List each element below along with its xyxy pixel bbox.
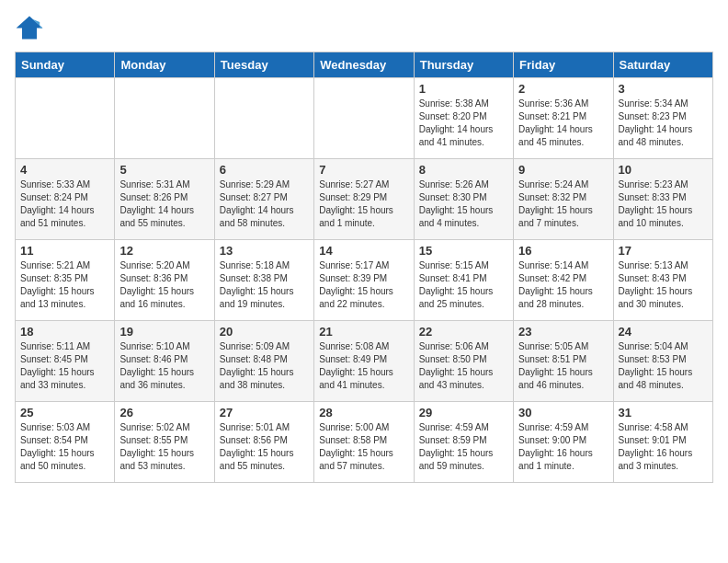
calendar-week-row: 25Sunrise: 5:03 AM Sunset: 8:54 PM Dayli…: [16, 402, 713, 483]
calendar-cell: 25Sunrise: 5:03 AM Sunset: 8:54 PM Dayli…: [16, 402, 115, 483]
day-number: 15: [419, 244, 508, 258]
day-number: 27: [220, 406, 309, 419]
calendar-cell: 6Sunrise: 5:29 AM Sunset: 8:27 PM Daylig…: [214, 159, 313, 240]
calendar-table: SundayMondayTuesdayWednesdayThursdayFrid…: [15, 52, 713, 483]
day-number: 18: [20, 325, 109, 339]
day-info: Sunrise: 5:01 AM Sunset: 8:56 PM Dayligh…: [220, 421, 309, 473]
calendar-cell: 9Sunrise: 5:24 AM Sunset: 8:32 PM Daylig…: [514, 159, 613, 240]
day-number: 1: [419, 82, 508, 96]
day-info: Sunrise: 5:13 AM Sunset: 8:43 PM Dayligh…: [619, 259, 708, 311]
day-info: Sunrise: 5:11 AM Sunset: 8:45 PM Dayligh…: [20, 340, 109, 392]
calendar-cell: 22Sunrise: 5:06 AM Sunset: 8:50 PM Dayli…: [414, 321, 513, 402]
weekday-header: Tuesday: [214, 52, 313, 78]
weekday-header: Friday: [514, 52, 613, 78]
calendar-cell: 11Sunrise: 5:21 AM Sunset: 8:35 PM Dayli…: [16, 240, 115, 321]
weekday-header: Sunday: [16, 52, 115, 78]
day-number: 25: [20, 406, 109, 419]
calendar-cell: 18Sunrise: 5:11 AM Sunset: 8:45 PM Dayli…: [16, 321, 115, 402]
day-info: Sunrise: 5:33 AM Sunset: 8:24 PM Dayligh…: [20, 178, 109, 230]
day-number: 29: [419, 406, 508, 419]
day-info: Sunrise: 5:20 AM Sunset: 8:36 PM Dayligh…: [119, 259, 209, 311]
day-number: 5: [119, 163, 209, 177]
day-number: 21: [319, 325, 408, 339]
calendar-cell: 16Sunrise: 5:14 AM Sunset: 8:42 PM Dayli…: [514, 240, 613, 321]
day-number: 8: [419, 163, 508, 177]
calendar-cell: 27Sunrise: 5:01 AM Sunset: 8:56 PM Dayli…: [214, 402, 313, 483]
calendar-cell: 28Sunrise: 5:00 AM Sunset: 8:58 PM Dayli…: [314, 402, 414, 483]
calendar-cell: 31Sunrise: 4:58 AM Sunset: 9:01 PM Dayli…: [613, 402, 712, 483]
weekday-header-row: SundayMondayTuesdayWednesdayThursdayFrid…: [16, 52, 713, 78]
day-number: 9: [518, 163, 608, 177]
day-number: 6: [220, 163, 309, 177]
page-header: [15, 15, 713, 40]
day-info: Sunrise: 5:00 AM Sunset: 8:58 PM Dayligh…: [319, 421, 408, 473]
calendar-cell: 13Sunrise: 5:18 AM Sunset: 8:38 PM Dayli…: [214, 240, 313, 321]
day-number: 13: [220, 244, 309, 258]
day-info: Sunrise: 5:29 AM Sunset: 8:27 PM Dayligh…: [220, 178, 309, 230]
day-info: Sunrise: 5:38 AM Sunset: 8:20 PM Dayligh…: [419, 98, 508, 149]
day-info: Sunrise: 5:10 AM Sunset: 8:46 PM Dayligh…: [119, 340, 209, 392]
calendar-week-row: 11Sunrise: 5:21 AM Sunset: 8:35 PM Dayli…: [16, 240, 713, 321]
calendar-cell: 8Sunrise: 5:26 AM Sunset: 8:30 PM Daylig…: [414, 159, 513, 240]
calendar-cell: 24Sunrise: 5:04 AM Sunset: 8:53 PM Dayli…: [613, 321, 712, 402]
day-number: 28: [319, 406, 408, 419]
calendar-cell: 1Sunrise: 5:38 AM Sunset: 8:20 PM Daylig…: [414, 78, 513, 159]
day-number: 7: [319, 163, 408, 177]
day-number: 23: [518, 325, 608, 339]
calendar-cell: [16, 78, 115, 159]
day-info: Sunrise: 5:26 AM Sunset: 8:30 PM Dayligh…: [419, 178, 508, 230]
day-number: 30: [518, 406, 608, 419]
calendar-cell: 4Sunrise: 5:33 AM Sunset: 8:24 PM Daylig…: [16, 159, 115, 240]
day-number: 22: [419, 325, 508, 339]
calendar-week-row: 4Sunrise: 5:33 AM Sunset: 8:24 PM Daylig…: [16, 159, 713, 240]
day-info: Sunrise: 4:59 AM Sunset: 9:00 PM Dayligh…: [518, 421, 608, 473]
day-number: 24: [619, 325, 708, 339]
calendar-week-row: 1Sunrise: 5:38 AM Sunset: 8:20 PM Daylig…: [16, 78, 713, 159]
calendar-cell: 26Sunrise: 5:02 AM Sunset: 8:55 PM Dayli…: [115, 402, 214, 483]
calendar-cell: 17Sunrise: 5:13 AM Sunset: 8:43 PM Dayli…: [613, 240, 712, 321]
day-number: 12: [119, 244, 209, 258]
calendar-cell: 30Sunrise: 4:59 AM Sunset: 9:00 PM Dayli…: [514, 402, 613, 483]
calendar-cell: 5Sunrise: 5:31 AM Sunset: 8:26 PM Daylig…: [115, 159, 214, 240]
calendar-cell: [115, 78, 214, 159]
day-info: Sunrise: 5:02 AM Sunset: 8:55 PM Dayligh…: [119, 421, 209, 473]
calendar-cell: 2Sunrise: 5:36 AM Sunset: 8:21 PM Daylig…: [514, 78, 613, 159]
logo-icon: [15, 15, 44, 40]
day-number: 3: [619, 82, 708, 96]
calendar-cell: 10Sunrise: 5:23 AM Sunset: 8:33 PM Dayli…: [613, 159, 712, 240]
day-info: Sunrise: 4:58 AM Sunset: 9:01 PM Dayligh…: [619, 421, 708, 473]
calendar-cell: 3Sunrise: 5:34 AM Sunset: 8:23 PM Daylig…: [613, 78, 712, 159]
day-info: Sunrise: 5:04 AM Sunset: 8:53 PM Dayligh…: [619, 340, 708, 392]
day-info: Sunrise: 5:24 AM Sunset: 8:32 PM Dayligh…: [518, 178, 608, 230]
calendar-cell: 21Sunrise: 5:08 AM Sunset: 8:49 PM Dayli…: [314, 321, 414, 402]
calendar-cell: 15Sunrise: 5:15 AM Sunset: 8:41 PM Dayli…: [414, 240, 513, 321]
weekday-header: Saturday: [613, 52, 712, 78]
day-info: Sunrise: 5:21 AM Sunset: 8:35 PM Dayligh…: [20, 259, 109, 311]
day-number: 26: [119, 406, 209, 419]
day-number: 4: [20, 163, 109, 177]
day-number: 10: [619, 163, 708, 177]
day-info: Sunrise: 5:09 AM Sunset: 8:48 PM Dayligh…: [220, 340, 309, 392]
day-number: 16: [518, 244, 608, 258]
calendar-week-row: 18Sunrise: 5:11 AM Sunset: 8:45 PM Dayli…: [16, 321, 713, 402]
day-info: Sunrise: 5:34 AM Sunset: 8:23 PM Dayligh…: [619, 98, 708, 149]
calendar-cell: 7Sunrise: 5:27 AM Sunset: 8:29 PM Daylig…: [314, 159, 414, 240]
day-number: 2: [518, 82, 608, 96]
day-info: Sunrise: 5:18 AM Sunset: 8:38 PM Dayligh…: [220, 259, 309, 311]
weekday-header: Wednesday: [314, 52, 414, 78]
day-info: Sunrise: 5:05 AM Sunset: 8:51 PM Dayligh…: [518, 340, 608, 392]
calendar-cell: 29Sunrise: 4:59 AM Sunset: 8:59 PM Dayli…: [414, 402, 513, 483]
day-info: Sunrise: 5:23 AM Sunset: 8:33 PM Dayligh…: [619, 178, 708, 230]
day-info: Sunrise: 5:15 AM Sunset: 8:41 PM Dayligh…: [419, 259, 508, 311]
calendar-cell: 23Sunrise: 5:05 AM Sunset: 8:51 PM Dayli…: [514, 321, 613, 402]
day-info: Sunrise: 4:59 AM Sunset: 8:59 PM Dayligh…: [419, 421, 508, 473]
calendar-cell: 19Sunrise: 5:10 AM Sunset: 8:46 PM Dayli…: [115, 321, 214, 402]
day-info: Sunrise: 5:03 AM Sunset: 8:54 PM Dayligh…: [20, 421, 109, 473]
day-number: 14: [319, 244, 408, 258]
day-number: 31: [619, 406, 708, 419]
day-info: Sunrise: 5:17 AM Sunset: 8:39 PM Dayligh…: [319, 259, 408, 311]
day-number: 20: [220, 325, 309, 339]
calendar-cell: 14Sunrise: 5:17 AM Sunset: 8:39 PM Dayli…: [314, 240, 414, 321]
day-number: 17: [619, 244, 708, 258]
calendar-cell: [314, 78, 414, 159]
